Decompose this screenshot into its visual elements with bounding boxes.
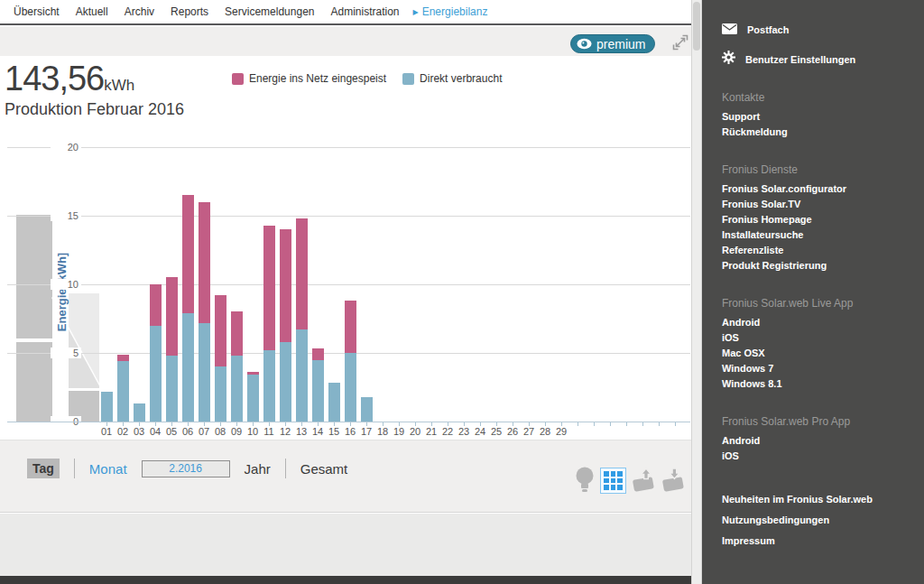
energy-balance-chart[interactable]: Energie [kWh] 05101520010203040506070809… [0, 135, 691, 435]
sidebar-link-produktregistrierung[interactable]: Produkt Registrierung [722, 258, 924, 273]
scrollbar-thumb[interactable] [693, 2, 700, 51]
x-tick-label: 12 [276, 426, 294, 437]
period-tag-button[interactable]: Tag [27, 459, 60, 478]
sidebar-link-rckmeldung[interactable]: Rückmeldung [722, 125, 924, 140]
nav-item-bersicht[interactable]: Übersicht [5, 5, 68, 18]
bar-direct-consumed[interactable] [296, 329, 308, 422]
bar-fed-into-grid[interactable] [247, 372, 259, 375]
nav-item-reports[interactable]: Reports [162, 5, 217, 18]
lightbulb-icon[interactable] [574, 466, 596, 494]
x-axis-tick [659, 422, 660, 426]
sidebar-link-support[interactable]: Support [722, 109, 924, 125]
period-gesamt-button[interactable]: Gesamt [300, 461, 348, 477]
x-tick-label: 28 [536, 426, 554, 437]
nav-item-aktuell[interactable]: Aktuell [68, 5, 116, 18]
bar-fed-into-grid[interactable] [263, 226, 275, 350]
period-control-band: Tag Monat Jahr Gesamt [0, 440, 691, 513]
legend-item: Direkt verbraucht [402, 72, 502, 85]
x-tick-label: 21 [422, 426, 440, 437]
bar-direct-consumed[interactable] [134, 403, 145, 422]
y-tick-label: 10 [51, 279, 81, 290]
sidebar-link-froniussolartv[interactable]: Fronius Solar.TV [722, 197, 924, 212]
sidebar-link-impressum[interactable]: Impressum [722, 534, 924, 548]
x-tick-label: 11 [260, 426, 278, 437]
sidebar-top-items: PostfachBenutzer Einstellungen [722, 22, 924, 68]
bar-direct-consumed[interactable] [231, 356, 243, 422]
x-tick-label: 22 [439, 426, 457, 437]
bar-direct-consumed[interactable] [117, 361, 129, 422]
bar-direct-consumed[interactable] [328, 383, 340, 422]
bar-fed-into-grid[interactable] [182, 195, 194, 313]
sidebar-link-referenzliste[interactable]: Referenzliste [722, 243, 924, 258]
bar-fed-into-grid[interactable] [199, 202, 210, 323]
nav-item-servicemeldungen[interactable]: Servicemeldungen [217, 5, 322, 18]
period-date-input[interactable] [142, 460, 230, 477]
sidebar-link-windows7[interactable]: Windows 7 [722, 361, 924, 376]
premium-badge[interactable]: premium [570, 34, 655, 53]
chart-legend: Energie ins Netz eingespeistDirekt verbr… [232, 72, 502, 85]
bar-fed-into-grid[interactable] [312, 348, 324, 359]
bar-fed-into-grid[interactable] [117, 355, 129, 362]
breadcrumb[interactable]: ▶ Energiebilanz [408, 5, 488, 18]
period-monat-button[interactable]: Monat [89, 461, 127, 477]
bar-fed-into-grid[interactable] [280, 229, 291, 342]
bar-direct-consumed[interactable] [312, 360, 324, 422]
sidebar-item-benutzereinstellungen[interactable]: Benutzer Einstellungen [722, 51, 924, 68]
bar-direct-consumed[interactable] [199, 323, 210, 422]
sidebar-footer-links: Neuheiten im Fronius Solar.webNutzungsbe… [722, 493, 924, 548]
bar-fed-into-grid[interactable] [345, 301, 356, 353]
sidebar-section-heading: Fronius Solar.web Pro App [722, 415, 924, 428]
bar-direct-consumed[interactable] [182, 313, 194, 422]
production-summary: 143,56kWh Produktion Februar 2016 [5, 60, 184, 119]
bar-fed-into-grid[interactable] [231, 311, 243, 356]
bar-direct-consumed[interactable] [215, 366, 226, 422]
bar-direct-consumed[interactable] [345, 353, 356, 422]
sidebar-link-android[interactable]: Android [722, 315, 924, 330]
x-tick-label: 14 [309, 426, 327, 437]
grid-view-icon[interactable] [600, 468, 626, 494]
export-up-icon[interactable] [631, 467, 656, 494]
nav-item-archiv[interactable]: Archiv [116, 5, 162, 18]
x-axis-line [7, 422, 690, 422]
total-unit: kWh [104, 77, 134, 94]
bar-direct-consumed[interactable] [101, 392, 113, 422]
sidebar-link-ios[interactable]: iOS [722, 449, 924, 464]
mail-icon [722, 22, 737, 38]
y-tick-label: 5 [51, 348, 81, 358]
sidebar-link-froniussolarconfigurator[interactable]: Fronius Solar.configurator [722, 181, 924, 197]
period-jahr-button[interactable]: Jahr [245, 461, 271, 477]
x-tick-label: 20 [406, 426, 424, 437]
fullscreen-icon[interactable] [670, 32, 690, 52]
vertical-scrollbar[interactable] [691, 0, 702, 584]
x-tick-label: 17 [357, 426, 375, 437]
bar-direct-consumed[interactable] [150, 326, 162, 422]
bar-direct-consumed[interactable] [166, 356, 178, 422]
bar-fed-into-grid[interactable] [150, 284, 162, 326]
x-axis-tick [675, 422, 676, 426]
gear-icon [722, 51, 735, 68]
bar-direct-consumed[interactable] [280, 342, 291, 422]
sidebar-link-windows81[interactable]: Windows 8.1 [722, 376, 924, 392]
sidebar-link-installateursuche[interactable]: Installateursuche [722, 227, 924, 243]
x-tick-label: 07 [195, 426, 213, 437]
x-tick-label: 04 [146, 426, 164, 437]
sidebar-link-android[interactable]: Android [722, 433, 924, 449]
bar-fed-into-grid[interactable] [215, 295, 226, 366]
sidebar-link-nutzungsbedingungen[interactable]: Nutzungsbedingungen [722, 514, 924, 527]
x-tick-label: 23 [455, 426, 473, 437]
sidebar-item-postfach[interactable]: Postfach [722, 22, 924, 38]
bar-fed-into-grid[interactable] [166, 277, 178, 356]
sidebar-link-froniushomepage[interactable]: Fronius Homepage [722, 212, 924, 227]
bar-direct-consumed[interactable] [247, 375, 259, 422]
bar-fed-into-grid[interactable] [296, 218, 308, 329]
x-tick-label: 08 [211, 426, 229, 437]
export-down-icon[interactable] [661, 467, 686, 494]
sidebar-link-macosx[interactable]: Mac OSX [722, 346, 924, 361]
bar-direct-consumed[interactable] [263, 350, 275, 422]
nav-item-administration[interactable]: Administration [323, 5, 408, 18]
bar-direct-consumed[interactable] [361, 397, 373, 422]
gridline [7, 147, 690, 148]
gridline [7, 216, 690, 217]
sidebar-link-neuheitenimfroniussolarweb[interactable]: Neuheiten im Fronius Solar.web [722, 493, 924, 506]
sidebar-link-ios[interactable]: iOS [722, 330, 924, 346]
